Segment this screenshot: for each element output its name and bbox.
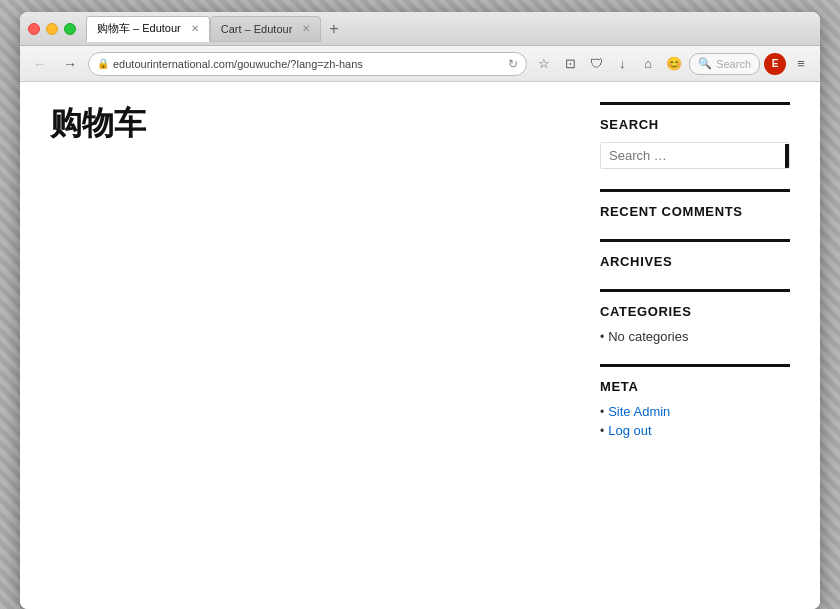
toolbar-right: ☆ ⊡ 🛡 ↓ ⌂ 😊 🔍 Search E ≡	[533, 53, 812, 75]
log-out-link[interactable]: Log out	[608, 423, 651, 438]
sidebar-search-section: SEARCH 🔍	[600, 102, 790, 169]
archives-heading: ARCHIVES	[600, 254, 790, 269]
no-categories-label: No categories	[608, 329, 688, 344]
archives-divider	[600, 239, 790, 242]
profile-avatar[interactable]: E	[764, 53, 786, 75]
forward-button[interactable]: →	[58, 52, 82, 76]
tab-label: Cart – Edutour	[221, 23, 293, 35]
minimize-button[interactable]	[46, 23, 58, 35]
recent-comments-divider	[600, 189, 790, 192]
tab-gouwuche[interactable]: 购物车 – Edutour ✕	[86, 16, 210, 42]
browser-toolbar: ← → 🔒 edutourinternational.com/gouwuche/…	[20, 46, 820, 82]
list-item-logout: • Log out	[600, 423, 790, 438]
search-input[interactable]	[601, 143, 785, 168]
reader-icon[interactable]: ⊡	[559, 53, 581, 75]
sidebar: SEARCH 🔍 RECENT COMMENTS ARCHIVES	[600, 102, 790, 589]
address-text[interactable]: edutourinternational.com/gouwuche/?lang=…	[113, 58, 504, 70]
tabs-bar: 购物车 – Edutour ✕ Cart – Edutour ✕ +	[86, 16, 812, 42]
new-tab-button[interactable]: +	[321, 21, 346, 37]
recent-comments-heading: RECENT COMMENTS	[600, 204, 790, 219]
download-icon[interactable]: ↓	[611, 53, 633, 75]
refresh-icon[interactable]: ↻	[508, 57, 518, 71]
categories-list: • No categories	[600, 329, 790, 344]
tab-close-icon[interactable]: ✕	[191, 23, 199, 34]
shield-icon[interactable]: 🛡	[585, 53, 607, 75]
main-content: 购物车	[50, 102, 600, 589]
sidebar-recent-comments-section: RECENT COMMENTS	[600, 189, 790, 219]
tab-cart[interactable]: Cart – Edutour ✕	[210, 16, 322, 42]
browser-content: 购物车 SEARCH 🔍 RECENT COMMENTS	[20, 82, 820, 609]
maximize-button[interactable]	[64, 23, 76, 35]
tab-label: 购物车 – Edutour	[97, 21, 181, 36]
search-box: 🔍	[600, 142, 790, 169]
home-icon[interactable]: ⌂	[637, 53, 659, 75]
lock-icon: 🔒	[97, 58, 109, 69]
search-submit-button[interactable]: 🔍	[785, 144, 790, 168]
user-icon[interactable]: 😊	[663, 53, 685, 75]
sidebar-categories-section: CATEGORIES • No categories	[600, 289, 790, 344]
tab-close-icon[interactable]: ✕	[302, 23, 310, 34]
sidebar-meta-section: META • Site Admin • Log out	[600, 364, 790, 438]
toolbar-search[interactable]: 🔍 Search	[689, 53, 760, 75]
site-admin-link[interactable]: Site Admin	[608, 404, 670, 419]
meta-list: • Site Admin • Log out	[600, 404, 790, 438]
search-placeholder: Search	[716, 58, 751, 70]
meta-divider	[600, 364, 790, 367]
list-item-site-admin: • Site Admin	[600, 404, 790, 419]
categories-heading: CATEGORIES	[600, 304, 790, 319]
back-button[interactable]: ←	[28, 52, 52, 76]
browser-window: 购物车 – Edutour ✕ Cart – Edutour ✕ + ← → 🔒…	[20, 12, 820, 609]
meta-heading: META	[600, 379, 790, 394]
search-heading: SEARCH	[600, 117, 790, 132]
list-item: • No categories	[600, 329, 790, 344]
address-bar: 🔒 edutourinternational.com/gouwuche/?lan…	[88, 52, 527, 76]
bookmark-icon[interactable]: ☆	[533, 53, 555, 75]
traffic-lights	[28, 23, 76, 35]
sidebar-archives-section: ARCHIVES	[600, 239, 790, 269]
browser-titlebar: 购物车 – Edutour ✕ Cart – Edutour ✕ +	[20, 12, 820, 46]
menu-icon[interactable]: ≡	[790, 53, 812, 75]
search-icon: 🔍	[698, 57, 712, 70]
close-button[interactable]	[28, 23, 40, 35]
search-divider	[600, 102, 790, 105]
page-inner: 购物车 SEARCH 🔍 RECENT COMMENTS	[20, 82, 820, 609]
categories-divider	[600, 289, 790, 292]
page-title: 购物车	[50, 102, 570, 146]
bullet-icon: •	[600, 405, 604, 419]
bullet-icon: •	[600, 424, 604, 438]
bullet-icon: •	[600, 330, 604, 344]
